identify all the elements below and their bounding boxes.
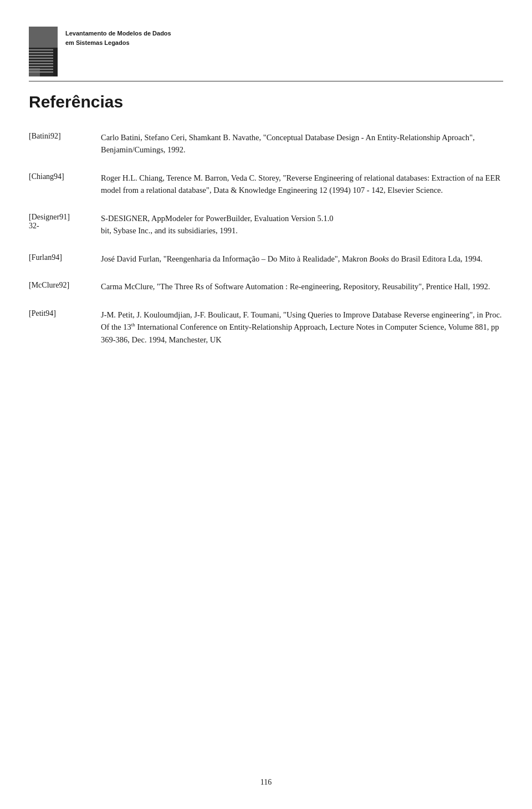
references-container: [Batini92] Carlo Batini, Stefano Ceri, S… — [0, 131, 532, 346]
ref-entry-furlan94: [Furlan94] José David Furlan, "Reengenha… — [29, 253, 503, 265]
ref-content-designer91: S-DESIGNER, AppModeler for PowerBuilder,… — [101, 212, 503, 237]
svg-rect-12 — [29, 68, 40, 76]
page-number: 116 — [260, 778, 272, 787]
logo-block — [29, 27, 58, 76]
ref-entry-mcclure92: [McClure92] Carma McClure, "The Three Rs… — [29, 280, 503, 293]
header-text-block: Levantamento de Modelos de Dados em Sist… — [58, 27, 171, 47]
header-subtitle: em Sistemas Legados — [65, 38, 171, 48]
header-divider — [29, 81, 503, 81]
ref-content-chiang94: Roger H.L. Chiang, Terence M. Barron, Ve… — [101, 172, 503, 197]
ref-content-batini92: Carlo Batini, Stefano Ceri, Shamkant B. … — [101, 131, 503, 156]
svg-rect-1 — [29, 27, 58, 48]
books-italic: Books — [370, 254, 389, 263]
ref-content-furlan94: José David Furlan, "Reengenharia da Info… — [101, 253, 503, 265]
section-title: Referências — [0, 93, 532, 111]
ref-key-designer91-label: [Designer91] — [29, 213, 95, 222]
page: Levantamento de Modelos de Dados em Sist… — [0, 0, 532, 809]
svg-rect-11 — [53, 48, 58, 76]
ref-entry-designer91: [Designer91] 32- S-DESIGNER, AppModeler … — [29, 212, 503, 237]
header-title: Levantamento de Modelos de Dados — [65, 29, 171, 38]
ref-entry-petit94: [Petit94] J-M. Petit, J. Kouloumdjian, J… — [29, 309, 503, 346]
ref-entry-batini92: [Batini92] Carlo Batini, Stefano Ceri, S… — [29, 131, 503, 156]
ref-content-petit94: J-M. Petit, J. Kouloumdjian, J-F. Boulic… — [101, 309, 503, 346]
ref-key-batini92: [Batini92] — [29, 131, 101, 141]
ref-entry-chiang94: [Chiang94] Roger H.L. Chiang, Terence M.… — [29, 172, 503, 197]
ref-key-designer91-extra: 32- — [29, 222, 95, 231]
ref-key-chiang94: [Chiang94] — [29, 172, 101, 181]
ref-key-designer91: [Designer91] 32- — [29, 212, 101, 231]
ref-key-furlan94: [Furlan94] — [29, 253, 101, 262]
logo-icon — [29, 27, 58, 76]
ref-key-mcclure92: [McClure92] — [29, 280, 101, 290]
superscript-th: th — [131, 322, 135, 327]
ref-key-petit94: [Petit94] — [29, 309, 101, 318]
header: Levantamento de Modelos de Dados em Sist… — [0, 0, 532, 76]
ref-content-mcclure92: Carma McClure, "The Three Rs of Software… — [101, 280, 503, 293]
